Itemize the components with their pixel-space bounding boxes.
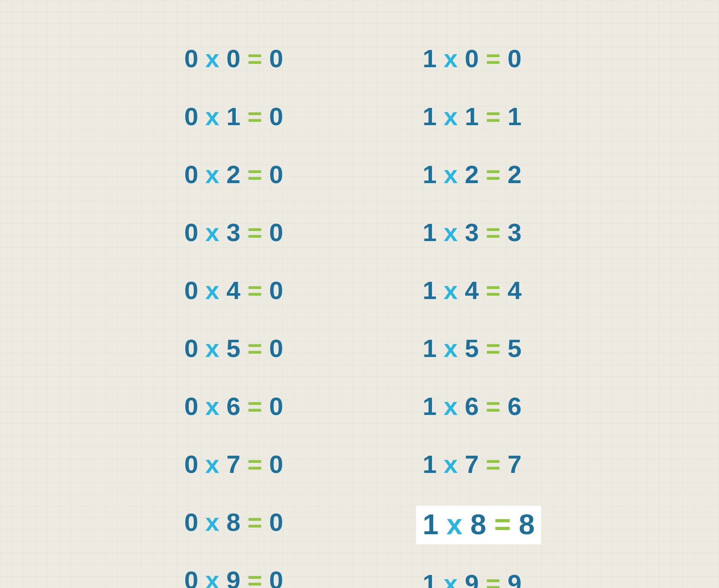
result: 0 [269, 336, 283, 361]
operand-a: 0 [184, 104, 198, 129]
times-icon: x [444, 104, 458, 129]
result: 3 [508, 220, 521, 245]
equals-icon: = [248, 568, 262, 588]
table-row: 1 x 1 = 1 [416, 100, 542, 135]
operand-a: 0 [184, 220, 198, 245]
times-icon: x [205, 46, 219, 71]
result: 8 [519, 510, 535, 538]
result: 7 [508, 452, 521, 477]
table-row: 1 x 5 = 5 [416, 332, 542, 367]
table-row: 1 x 2 = 2 [416, 158, 542, 193]
operand-a: 1 [423, 278, 437, 303]
table-row: 0 x 5 = 0 [178, 332, 290, 367]
times-icon: x [444, 394, 458, 419]
table-row: 0 x 8 = 0 [178, 506, 290, 541]
table-row: 1 x 9 = 9 [416, 567, 542, 588]
equals-icon: = [248, 278, 262, 303]
operand-a: 1 [423, 162, 437, 187]
result: 2 [508, 162, 521, 187]
table-row: 0 x 0 = 0 [178, 42, 290, 77]
equals-icon: = [486, 162, 500, 187]
operand-b: 8 [226, 510, 240, 535]
result: 6 [508, 394, 521, 419]
result: 0 [269, 162, 283, 187]
result: 0 [269, 278, 283, 303]
column-1: 1 x 0 = 0 1 x 1 = 1 1 x 2 = 2 1 x 3 = 3 … [416, 42, 542, 588]
times-icon: x [205, 104, 219, 129]
operand-a: 1 [423, 571, 437, 588]
operand-a: 0 [184, 336, 198, 361]
operand-b: 3 [465, 220, 479, 245]
equals-icon: = [248, 394, 262, 419]
times-icon: x [444, 46, 458, 71]
table-row: 0 x 7 = 0 [178, 448, 290, 483]
operand-b: 6 [226, 394, 240, 419]
table-row: 1 x 0 = 0 [416, 42, 542, 77]
operand-a: 1 [423, 452, 437, 477]
operand-b: 1 [226, 104, 240, 129]
result: 0 [269, 510, 283, 535]
result: 0 [269, 220, 283, 245]
operand-b: 7 [226, 452, 240, 477]
table-row: 0 x 1 = 0 [178, 100, 290, 135]
times-icon: x [205, 510, 219, 535]
result: 0 [269, 46, 283, 71]
operand-b: 0 [465, 46, 479, 71]
equals-icon: = [248, 510, 262, 535]
column-0: 0 x 0 = 0 0 x 1 = 0 0 x 2 = 0 0 x 3 = 0 … [178, 42, 290, 588]
table-row: 0 x 2 = 0 [178, 158, 290, 193]
table-row: 1 x 4 = 4 [416, 274, 542, 309]
result: 9 [508, 571, 521, 588]
equals-icon: = [494, 510, 511, 538]
result: 0 [269, 568, 283, 588]
equals-icon: = [486, 278, 500, 303]
table-row: 1 x 6 = 6 [416, 390, 542, 425]
equals-icon: = [248, 452, 262, 477]
operand-a: 1 [423, 104, 437, 129]
operand-b: 3 [226, 220, 240, 245]
times-icon: x [444, 571, 458, 588]
operand-b: 4 [465, 278, 479, 303]
result: 5 [508, 336, 521, 361]
operand-a: 1 [423, 220, 437, 245]
result: 4 [508, 278, 521, 303]
equals-icon: = [486, 220, 500, 245]
times-icon: x [444, 162, 458, 187]
times-icon: x [444, 220, 458, 245]
operand-b: 7 [465, 452, 479, 477]
operand-a: 0 [184, 162, 198, 187]
times-icon: x [444, 278, 458, 303]
table-row: 0 x 3 = 0 [178, 216, 290, 251]
times-icon: x [447, 510, 463, 538]
operand-a: 0 [184, 510, 198, 535]
operand-a: 1 [423, 336, 437, 361]
table-row: 0 x 9 = 0 [178, 564, 290, 588]
operand-b: 4 [226, 278, 240, 303]
result: 0 [508, 46, 521, 71]
result: 0 [269, 452, 283, 477]
operand-b: 6 [465, 394, 479, 419]
operand-a: 1 [423, 394, 437, 419]
result: 1 [508, 104, 521, 129]
equals-icon: = [486, 571, 500, 588]
equals-icon: = [486, 394, 500, 419]
operand-a: 0 [184, 46, 198, 71]
table-row: 0 x 6 = 0 [178, 390, 290, 425]
equals-icon: = [486, 336, 500, 361]
operand-a: 0 [184, 568, 198, 588]
operand-a: 0 [184, 278, 198, 303]
times-icon: x [205, 162, 219, 187]
times-icon: x [444, 452, 458, 477]
equals-icon: = [486, 46, 500, 71]
operand-a: 0 [184, 452, 198, 477]
operand-b: 9 [226, 568, 240, 588]
equals-icon: = [248, 336, 262, 361]
equals-icon: = [248, 104, 262, 129]
times-icon: x [205, 220, 219, 245]
times-icon: x [205, 278, 219, 303]
table-row: 1 x 3 = 3 [416, 216, 542, 251]
times-icon: x [444, 336, 458, 361]
times-icon: x [205, 568, 219, 588]
operand-b: 0 [226, 46, 240, 71]
operand-a: 1 [423, 46, 437, 71]
